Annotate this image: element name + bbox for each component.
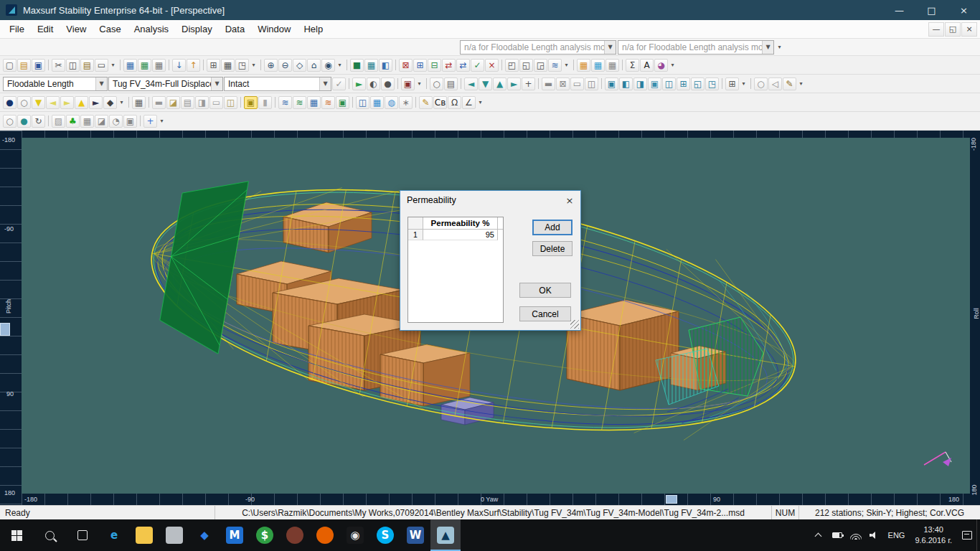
wave-box-icon[interactable]: ▦: [370, 96, 384, 109]
font-icon[interactable]: A: [640, 59, 654, 72]
palette-icon[interactable]: ◕: [654, 59, 668, 72]
vertical-scroll-thumb[interactable]: [0, 323, 10, 336]
action-center-button[interactable]: [958, 519, 976, 551]
maxsurf-taskbar-icon[interactable]: ▲: [430, 519, 461, 551]
analysis-stop-icon[interactable]: ⊠: [399, 59, 413, 72]
graph-green-icon[interactable]: ≋: [293, 96, 306, 109]
rotate-cw-icon[interactable]: ↻: [32, 115, 45, 128]
condition-combo[interactable]: Intact ▼: [224, 77, 331, 91]
dropdown-arrow-icon[interactable]: ▾: [476, 96, 484, 109]
display-half-right-icon[interactable]: ◨: [633, 77, 647, 90]
dropdown-arrow-icon[interactable]: ▾: [109, 59, 117, 72]
file-explorer-icon[interactable]: [129, 519, 159, 551]
pause-analysis-icon[interactable]: ◐: [367, 77, 380, 90]
workbook-icon[interactable]: ▣: [336, 96, 349, 109]
cancel-button[interactable]: Cancel: [519, 306, 571, 321]
display-grid-icon[interactable]: ⊞: [677, 77, 690, 90]
mdi-minimize-button[interactable]: —: [928, 22, 944, 37]
input-table-icon[interactable]: ▦: [123, 59, 137, 72]
display-corner-icon[interactable]: ◱: [691, 77, 705, 90]
frame-icon[interactable]: ▣: [123, 115, 137, 128]
load-case-combo[interactable]: Tug FV_34m-Full Displacer ▼: [108, 77, 223, 91]
pencil-icon[interactable]: ✎: [419, 96, 433, 109]
move-icon[interactable]: +: [522, 77, 535, 90]
dropdown-arrow-icon[interactable]: ▾: [415, 77, 423, 90]
arrow-outline-icon[interactable]: ◁: [768, 77, 782, 90]
dropdown-arrow-icon[interactable]: ▾: [118, 96, 126, 109]
chevron-down-icon[interactable]: ▼: [762, 41, 773, 54]
store-icon[interactable]: [159, 519, 189, 551]
sort-descending-icon[interactable]: ↑: [187, 59, 200, 72]
sphere-dark-icon[interactable]: ●: [3, 96, 17, 109]
waterline-icon[interactable]: Ω: [448, 96, 461, 109]
dropdown-arrow-icon[interactable]: ▾: [562, 59, 570, 72]
cross-icon[interactable]: ×: [485, 59, 499, 72]
menu-view[interactable]: View: [60, 21, 93, 37]
permeability-value-cell[interactable]: 95: [423, 230, 498, 240]
section-split-icon[interactable]: ◫: [585, 77, 598, 90]
toolbar-overflow-icon[interactable]: ▾: [776, 41, 783, 54]
display-body-icon[interactable]: ▣: [605, 77, 618, 90]
clock[interactable]: 13:40 9.6.2016 г.: [909, 524, 958, 546]
mail-icon[interactable]: M: [220, 519, 250, 551]
section-x-icon[interactable]: ⊠: [556, 77, 570, 90]
menu-display[interactable]: Display: [175, 21, 219, 37]
floodable-length-combo-1[interactable]: n/a for Floodable Length analysis mod ▼: [460, 40, 616, 55]
dropdown-arrow-icon[interactable]: ▾: [336, 59, 344, 72]
firefox-icon[interactable]: [310, 519, 340, 551]
shaded-view-icon[interactable]: ■: [350, 59, 364, 72]
permeability-icon[interactable]: ▣: [244, 96, 258, 109]
pan-icon[interactable]: ◇: [293, 59, 306, 72]
look-at-icon[interactable]: ◉: [321, 59, 335, 72]
language-indicator[interactable]: ENG: [884, 531, 910, 540]
dropdown-arrow-icon[interactable]: ▾: [797, 77, 805, 90]
sphere-outline-icon[interactable]: ○: [17, 96, 31, 109]
delete-button[interactable]: Delete: [532, 241, 573, 256]
dialog-title-bar[interactable]: Permeability ×: [400, 191, 580, 209]
cb-coefficient-icon[interactable]: Cʙ: [433, 96, 447, 109]
curve-icon[interactable]: ○: [754, 77, 768, 90]
start-button[interactable]: [0, 519, 33, 551]
grid-corner-icon[interactable]: ◳: [235, 59, 249, 72]
dropbox-icon[interactable]: ◆: [189, 519, 220, 551]
menu-window[interactable]: Window: [251, 21, 297, 37]
check-icon[interactable]: ✓: [471, 59, 484, 72]
block-corner-icon[interactable]: ◪: [95, 115, 108, 128]
validate-icon[interactable]: ✓: [332, 77, 346, 90]
paste-icon[interactable]: ▤: [80, 59, 94, 72]
table-small-icon[interactable]: ⊞: [725, 77, 739, 90]
flag-yellow-icon[interactable]: ▼: [32, 96, 45, 109]
show-desktop-button[interactable]: [976, 519, 980, 551]
view-up-icon[interactable]: ▲: [493, 77, 507, 90]
chevron-down-icon[interactable]: ▼: [95, 77, 107, 90]
grid-add-icon[interactable]: ⊞: [207, 59, 220, 72]
money-app-icon[interactable]: $: [250, 519, 280, 551]
chevron-down-icon[interactable]: ▼: [319, 77, 331, 90]
margin-line-icon[interactable]: ▤: [181, 96, 194, 109]
play-dark-icon[interactable]: ►: [89, 96, 103, 109]
open-folder-icon[interactable]: ▤: [17, 59, 31, 72]
analysis-remove-icon[interactable]: ⊟: [428, 59, 441, 72]
horizontal-scroll-thumb[interactable]: [666, 495, 677, 504]
search-button[interactable]: [33, 519, 66, 551]
zoom-in-icon[interactable]: ⊕: [264, 59, 278, 72]
dialog-close-icon[interactable]: ×: [559, 191, 580, 209]
close-button[interactable]: ×: [948, 0, 980, 20]
gear-icon[interactable]: ∗: [399, 96, 413, 109]
key-point-icon[interactable]: ◫: [224, 96, 237, 109]
chat-app-icon[interactable]: [280, 519, 310, 551]
graph-orange-icon[interactable]: ≋: [321, 96, 335, 109]
prev-pale-icon[interactable]: ◄: [46, 96, 60, 109]
volume-button[interactable]: [865, 519, 884, 551]
menu-edit[interactable]: Edit: [31, 21, 60, 37]
display-full-icon[interactable]: ▣: [648, 77, 661, 90]
dropdown-arrow-icon[interactable]: ▾: [669, 59, 677, 72]
dialog-resize-grip[interactable]: [570, 320, 579, 329]
sheet-gray-icon[interactable]: ▦: [606, 59, 619, 72]
deck-edge-icon[interactable]: ◨: [195, 96, 209, 109]
sheet-orange-icon[interactable]: ▦: [577, 59, 590, 72]
contour-filled-icon[interactable]: ●: [17, 115, 31, 128]
battery-button[interactable]: [828, 519, 847, 551]
skype-icon[interactable]: S: [370, 519, 400, 551]
compartment-icon[interactable]: ◪: [166, 96, 180, 109]
